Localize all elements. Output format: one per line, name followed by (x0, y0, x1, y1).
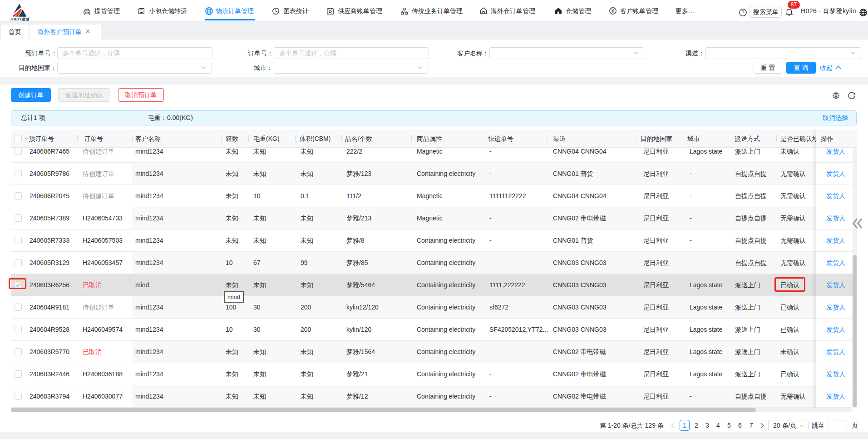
svg-text:?: ? (742, 10, 745, 15)
